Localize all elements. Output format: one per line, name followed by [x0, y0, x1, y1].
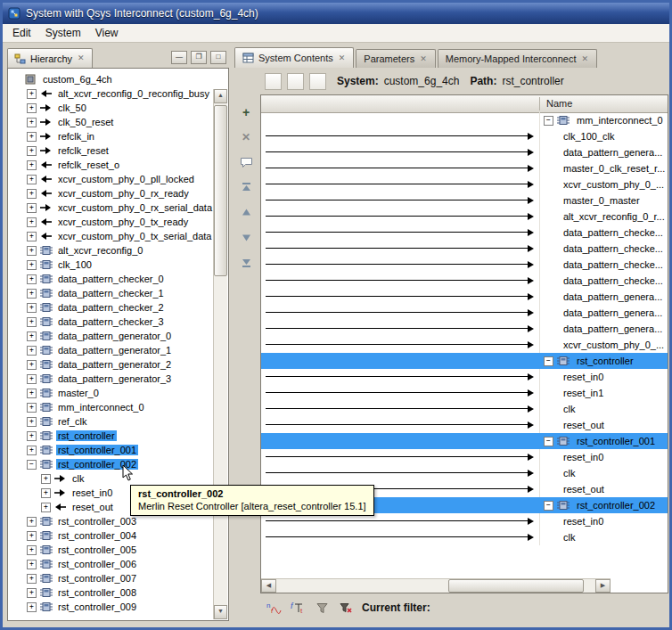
tree-item-refclk_reset[interactable]: +refclk_reset [9, 143, 214, 158]
hscroll-thumb[interactable] [448, 579, 584, 593]
tree-item-xcvr_custom_phy_0_tx_serial_data[interactable]: +xcvr_custom_phy_0_tx_serial_data [9, 229, 214, 243]
panel-minimize-button[interactable]: — [171, 51, 187, 64]
tab-system-contents-close-icon[interactable]: ✕ [338, 54, 347, 62]
contents-row-master_0_master[interactable]: master_0_master [261, 192, 668, 209]
tree-item-refclk_in[interactable]: +refclk_in [9, 129, 214, 143]
contents-row-rst_controller[interactable]: −rst_controller [261, 353, 668, 369]
tree-item-rst_controller[interactable]: +rst_controller [9, 429, 214, 443]
collapse-icon[interactable]: − [544, 437, 553, 446]
tree-item-rst_controller_002[interactable]: −rst_controller_002 [9, 457, 214, 471]
scroll-right-icon[interactable]: ▶ [595, 579, 611, 593]
tree-item-refclk_reset_o[interactable]: +refclk_reset_o [9, 158, 214, 172]
contents-row-data_pattern_genera...[interactable]: data_pattern_genera... [261, 144, 668, 160]
expand-icon[interactable]: + [27, 203, 37, 213]
toolbar-button-1[interactable] [265, 73, 282, 90]
contents-row-rst_controller_001[interactable]: −rst_controller_001 [261, 433, 668, 449]
menu-system[interactable]: System [45, 27, 81, 39]
tree-item-xcvr_custom_phy_0_tx_ready[interactable]: +xcvr_custom_phy_0_tx_ready [9, 215, 214, 229]
tree-item-rst_controller_001[interactable]: +rst_controller_001 [9, 443, 214, 457]
contents-row-data_pattern_checke...[interactable]: data_pattern_checke... [261, 273, 668, 289]
hierarchy-scrollbar[interactable]: ▲ ▼ [213, 89, 227, 619]
contents-row-master_0_clk_reset_r...[interactable]: master_0_clk_reset_r... [261, 160, 668, 176]
expand-icon[interactable]: + [27, 360, 37, 370]
tab-memory-mapped-interconnect[interactable]: Memory-Mapped Interconnect ✕ [438, 49, 597, 68]
tree-item-ref_clk[interactable]: +ref_clk [9, 414, 214, 429]
tree-item-clk_50[interactable]: +clk_50 [9, 101, 214, 115]
contents-row-data_pattern_checke...[interactable]: data_pattern_checke... [261, 257, 668, 273]
tree-item-data_pattern_generator_3[interactable]: +data_pattern_generator_3 [9, 372, 214, 386]
waveform-filter-icon[interactable]: nr [266, 601, 282, 615]
expand-icon[interactable]: + [27, 417, 37, 427]
tree-item-rst_controller_005[interactable]: +rst_controller_005 [9, 543, 214, 557]
expand-icon[interactable]: + [27, 531, 37, 541]
expand-icon[interactable]: + [27, 146, 37, 156]
move-top-button[interactable] [239, 180, 253, 194]
contents-row-data_pattern_checke...[interactable]: data_pattern_checke... [261, 225, 668, 241]
scroll-down-icon[interactable]: ▼ [214, 605, 227, 619]
tab-hierarchy[interactable]: Hierarchy ✕ [7, 48, 93, 68]
signal-filter-icon[interactable]: ft [290, 601, 306, 615]
panel-maximize-button[interactable]: □ [210, 51, 226, 64]
contents-row-xcvr_custom_phy_0_...[interactable]: xcvr_custom_phy_0_... [261, 337, 668, 353]
tree-item-data_pattern_checker_1[interactable]: +data_pattern_checker_1 [9, 286, 214, 300]
tree-item-master_0[interactable]: +master_0 [9, 386, 214, 400]
tree-item-clk[interactable]: +clk [9, 471, 214, 486]
scroll-up-icon[interactable]: ▲ [214, 89, 227, 103]
titlebar[interactable]: System with Qsys Interconnect (custom_6g… [3, 3, 669, 24]
expand-icon[interactable]: + [27, 389, 37, 398]
contents-row-data_pattern_genera...[interactable]: data_pattern_genera... [261, 321, 668, 337]
expand-icon[interactable]: + [27, 560, 37, 569]
toolbar-button-3[interactable] [309, 73, 326, 90]
tree-item-data_pattern_generator_1[interactable]: +data_pattern_generator_1 [9, 343, 214, 357]
contents-row-xcvr_custom_phy_0_...[interactable]: xcvr_custom_phy_0_... [261, 176, 668, 192]
tree-item-xcvr_custom_phy_0_rx_serial_data[interactable]: +xcvr_custom_phy_0_rx_serial_data [9, 200, 214, 215]
tab-parameters-close-icon[interactable]: ✕ [419, 55, 428, 63]
tab-memory-mapped-interconnect-close-icon[interactable]: ✕ [580, 55, 589, 63]
tab-parameters[interactable]: Parameters ✕ [356, 49, 435, 68]
scroll-left-icon[interactable]: ◀ [261, 579, 276, 593]
menu-edit[interactable]: Edit [12, 27, 31, 39]
expand-icon[interactable]: + [27, 303, 37, 313]
tree-item-mm_interconnect_0[interactable]: +mm_interconnect_0 [9, 400, 214, 414]
collapse-icon[interactable]: − [544, 356, 553, 366]
tree-item-clk_50_reset[interactable]: +clk_50_reset [9, 115, 214, 129]
expand-icon[interactable]: + [27, 588, 37, 598]
move-bottom-button[interactable] [239, 255, 253, 269]
contents-row-reset_out[interactable]: reset_out [261, 417, 668, 433]
contents-row-reset_in0[interactable]: reset_in0 [261, 369, 668, 385]
move-up-button[interactable] [239, 205, 253, 219]
expand-icon[interactable]: + [27, 189, 37, 199]
contents-row-clk[interactable]: clk [261, 529, 668, 545]
contents-row-data_pattern_genera...[interactable]: data_pattern_genera... [261, 289, 668, 305]
tree-item-alt_xcvr_reconfig_0[interactable]: +alt_xcvr_reconfig_0 [9, 243, 214, 258]
tree-item-rst_controller_008[interactable]: +rst_controller_008 [9, 585, 214, 600]
collapse-icon[interactable]: − [27, 460, 37, 470]
expand-icon[interactable]: + [27, 317, 37, 327]
tree-item-data_pattern_generator_2[interactable]: +data_pattern_generator_2 [9, 357, 214, 372]
expand-icon[interactable]: + [27, 103, 37, 113]
expand-icon[interactable]: + [27, 446, 37, 455]
collapse-icon[interactable]: − [544, 501, 553, 511]
expand-icon[interactable]: + [27, 260, 37, 270]
tree-item-rst_controller_004[interactable]: +rst_controller_004 [9, 528, 214, 543]
contents-row-reset_in0[interactable]: reset_in0 [261, 449, 668, 465]
contents-row-reset_in1[interactable]: reset_in1 [261, 385, 668, 401]
expand-icon[interactable]: + [41, 488, 51, 498]
expand-icon[interactable]: + [27, 374, 37, 384]
tree-item-data_pattern_checker_2[interactable]: +data_pattern_checker_2 [9, 300, 214, 315]
expand-icon[interactable]: + [27, 232, 37, 241]
expand-icon[interactable]: + [27, 217, 37, 227]
toolbar-button-2[interactable] [287, 73, 304, 90]
horizontal-scrollbar[interactable]: ◀ ▶ [261, 578, 611, 593]
contents-row-alt_xcvr_reconfig_0_r...[interactable]: alt_xcvr_reconfig_0_r... [261, 209, 668, 225]
tree-item-rst_controller_003[interactable]: +rst_controller_003 [9, 514, 214, 528]
name-column-header[interactable]: Name [546, 98, 572, 109]
add-button[interactable]: + [239, 105, 253, 119]
tree-item-rst_controller_007[interactable]: +rst_controller_007 [9, 571, 214, 585]
expand-icon[interactable]: + [27, 246, 37, 256]
expand-icon[interactable]: + [27, 175, 37, 184]
contents-row-clk_100_clk[interactable]: clk_100_clk [261, 128, 668, 144]
tree-item-clk_100[interactable]: +clk_100 [9, 258, 214, 272]
expand-icon[interactable]: + [27, 89, 37, 99]
tab-hierarchy-close-icon[interactable]: ✕ [77, 54, 86, 62]
